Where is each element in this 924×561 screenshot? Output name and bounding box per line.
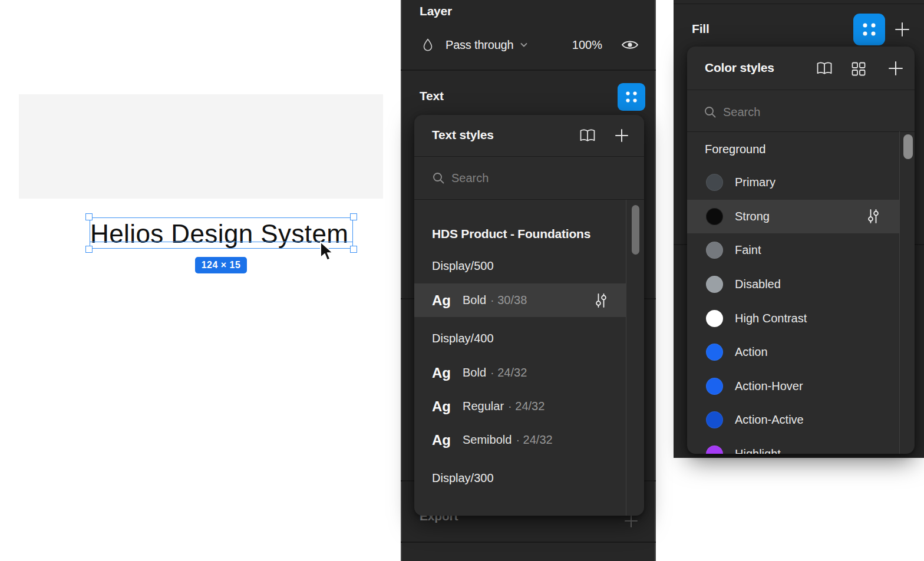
- section-divider: [401, 542, 656, 543]
- color-name: Strong: [735, 210, 770, 223]
- grid-icon: [851, 61, 866, 77]
- book-icon: [579, 128, 596, 144]
- visibility-eye-button[interactable]: [621, 38, 639, 51]
- text-style-group-label: Display/500: [414, 259, 644, 273]
- sliders-icon: [594, 292, 608, 309]
- text-style-group-label: Display/400: [414, 331, 644, 345]
- style-name: Bold: [463, 293, 486, 307]
- size-badge: 124 × 15: [195, 257, 247, 273]
- selection-handle-ne[interactable]: [350, 213, 357, 220]
- library-header: HDS Product - Foundations: [414, 227, 644, 241]
- popup-divider: [414, 156, 644, 157]
- fill-style-picker-button[interactable]: [853, 14, 885, 45]
- popup-title: Text styles: [432, 128, 494, 142]
- color-group-label: Foreground: [687, 142, 915, 156]
- color-style-list: Foreground Primary Strong Faint Disabled…: [687, 131, 915, 454]
- eye-icon: [621, 38, 639, 51]
- text-style-group-label: Display/300: [414, 471, 644, 485]
- library-toggle-button[interactable]: [579, 128, 596, 144]
- add-text-style-button[interactable]: [614, 128, 629, 143]
- color-name: Disabled: [735, 278, 781, 291]
- style-meta: · 24/32: [490, 366, 527, 380]
- popup-divider: [687, 90, 915, 90]
- font-sample: Ag: [432, 292, 463, 309]
- plus-icon: [887, 60, 904, 77]
- color-style-item[interactable]: Highlight: [687, 437, 899, 454]
- opacity-value[interactable]: 100%: [572, 38, 602, 52]
- fill-section-title: Fill: [692, 22, 710, 36]
- color-swatch: [706, 310, 723, 327]
- color-swatch: [706, 208, 723, 225]
- color-swatch: [706, 344, 723, 361]
- color-styles-popup: Color styles Foreground Primary Strong: [687, 47, 915, 454]
- color-style-item[interactable]: Action-Hover: [687, 369, 899, 404]
- selection-box: [90, 217, 353, 249]
- text-style-picker-button[interactable]: [618, 83, 645, 111]
- add-color-style-button[interactable]: [887, 60, 904, 77]
- color-swatch: [706, 276, 723, 293]
- font-sample: Ag: [432, 365, 463, 381]
- text-style-item[interactable]: Ag Bold · 30/38: [414, 283, 626, 317]
- scrollbar-track: [626, 200, 626, 516]
- chevron-down-icon: [519, 40, 529, 50]
- search-icon: [704, 105, 717, 118]
- color-swatch: [706, 446, 723, 454]
- style-name: Regular: [463, 400, 504, 413]
- color-name: Action-Active: [735, 413, 804, 427]
- font-sample: Ag: [432, 398, 463, 415]
- water-drop-icon: [423, 38, 433, 52]
- scrollbar-thumb[interactable]: [632, 205, 639, 255]
- style-dots-icon: [618, 83, 645, 111]
- plus-icon: [894, 21, 910, 38]
- color-style-item[interactable]: Primary: [687, 166, 899, 200]
- style-meta: · 30/38: [490, 293, 527, 307]
- blend-mode-dropdown[interactable]: Pass through: [446, 38, 529, 52]
- color-style-search-input[interactable]: [723, 101, 864, 123]
- selection-handle-nw[interactable]: [85, 213, 93, 220]
- text-style-item[interactable]: Ag Bold · 24/32: [414, 356, 626, 390]
- text-style-list: HDS Product - FoundationsDisplay/500 Ag …: [414, 200, 644, 516]
- adjust-style-button[interactable]: [866, 208, 880, 225]
- text-style-item[interactable]: Ag Regular · 24/32: [414, 390, 626, 423]
- blend-mode-label: Pass through: [446, 38, 513, 52]
- style-name: Bold: [463, 366, 486, 380]
- style-meta: · 24/32: [516, 433, 552, 447]
- color-style-item[interactable]: High Contrast: [687, 301, 899, 335]
- color-name: Faint: [735, 243, 761, 257]
- scrollbar-thumb[interactable]: [903, 134, 913, 159]
- selection-handle-se[interactable]: [350, 246, 357, 253]
- plus-icon: [614, 128, 629, 143]
- popup-title: Color styles: [705, 61, 774, 75]
- grid-view-button[interactable]: [851, 61, 866, 77]
- style-meta: · 24/32: [508, 400, 544, 413]
- adjust-style-button[interactable]: [594, 292, 608, 309]
- font-sample: Ag: [432, 432, 463, 448]
- color-name: Highlight: [735, 447, 781, 454]
- design-canvas[interactable]: Helios Design System 124 × 15: [19, 94, 383, 199]
- text-style-search-input[interactable]: [451, 167, 593, 189]
- color-swatch: [706, 242, 723, 259]
- color-style-item[interactable]: Disabled: [687, 268, 899, 302]
- style-name: Semibold: [463, 433, 512, 447]
- color-style-item[interactable]: Action: [687, 335, 899, 369]
- color-name: Action: [735, 345, 768, 359]
- text-section-title: Text: [420, 89, 444, 103]
- text-style-item[interactable]: Ag Semibold · 24/32: [414, 423, 626, 457]
- color-name: High Contrast: [735, 312, 807, 325]
- text-styles-popup: Text styles HDS Product - FoundationsDis…: [414, 115, 644, 516]
- add-fill-button[interactable]: [894, 21, 910, 38]
- color-swatch: [706, 411, 723, 428]
- section-divider: [401, 70, 656, 71]
- color-style-item[interactable]: Faint: [687, 233, 899, 268]
- color-name: Action-Hover: [735, 380, 803, 393]
- sliders-icon: [866, 208, 880, 225]
- color-style-item[interactable]: Action-Active: [687, 403, 899, 437]
- book-icon: [816, 61, 833, 77]
- color-style-item[interactable]: Strong: [687, 200, 899, 234]
- scrollbar-track: [899, 131, 900, 454]
- selection-handle-sw[interactable]: [85, 246, 93, 253]
- color-swatch: [706, 378, 723, 395]
- text-bounds-line: [90, 242, 353, 243]
- library-toggle-button[interactable]: [816, 61, 833, 77]
- page-root: Helios Design System 124 × 15 Layer Pass…: [0, 0, 924, 561]
